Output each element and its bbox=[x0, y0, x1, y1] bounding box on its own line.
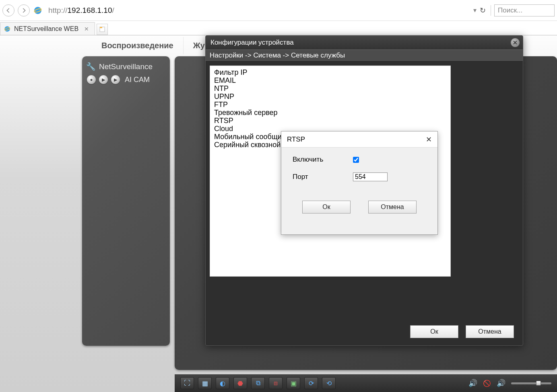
rtsp-titlebar[interactable]: RTSP ✕ bbox=[281, 131, 437, 148]
snapshot-tool-icon[interactable]: ⧉ bbox=[251, 377, 265, 389]
close-icon[interactable]: ✕ bbox=[511, 38, 520, 47]
port-input[interactable] bbox=[353, 172, 388, 181]
slider-thumb[interactable] bbox=[536, 381, 541, 386]
sidebar-title-row[interactable]: 🔧 NetSurveillance bbox=[86, 62, 166, 71]
rtsp-dialog: RTSP ✕ Включить Порт Ок Отмена bbox=[281, 131, 438, 235]
menu-playback[interactable]: Воспроизведение bbox=[92, 37, 184, 54]
tab-strip: NETSurveillance WEB ✕ bbox=[0, 21, 557, 35]
page-body: Воспроизведение Журнал 🔧 NetSurveillance… bbox=[0, 35, 557, 392]
modal-title: Конфигурации устройства bbox=[210, 39, 294, 47]
service-item[interactable]: EMAIL bbox=[214, 76, 446, 84]
forward-button[interactable] bbox=[18, 4, 30, 16]
sidebar-panel: 🔧 NetSurveillance ● ▶ ▶ AI CAM bbox=[82, 56, 170, 346]
search-box[interactable]: Поиск... bbox=[494, 4, 555, 16]
cancel-button[interactable]: Отмена bbox=[368, 201, 417, 213]
camera-label: AI CAM bbox=[125, 76, 150, 84]
back-button[interactable] bbox=[2, 4, 14, 16]
enable-checkbox[interactable] bbox=[353, 157, 359, 163]
service-item[interactable]: Тревожный сервер bbox=[214, 109, 446, 117]
new-tab-button[interactable] bbox=[97, 24, 108, 35]
service-item[interactable]: FTP bbox=[214, 101, 446, 109]
volume-slider[interactable] bbox=[511, 382, 551, 384]
ok-button[interactable]: Ок bbox=[410, 325, 458, 338]
service-item[interactable]: UPNP bbox=[214, 92, 446, 101]
fullscreen-icon[interactable]: ⛶ bbox=[180, 377, 194, 389]
picture-tool-icon[interactable]: ▣ bbox=[287, 377, 300, 389]
enable-label: Включить bbox=[293, 156, 353, 164]
close-icon[interactable]: ✕ bbox=[426, 135, 432, 144]
ie-icon bbox=[33, 6, 43, 15]
rtsp-title: RTSP bbox=[287, 135, 305, 144]
url-host: 192.168.1.10 bbox=[68, 6, 112, 15]
close-icon[interactable]: ✕ bbox=[84, 26, 89, 32]
record-icon[interactable]: ● bbox=[87, 75, 96, 84]
grid-icon[interactable]: ▦ bbox=[198, 377, 212, 389]
ok-button[interactable]: Ок bbox=[302, 201, 351, 213]
play2-icon[interactable]: ▶ bbox=[111, 75, 120, 84]
port-label: Порт bbox=[293, 173, 353, 181]
speaker-icon[interactable]: 🔊 bbox=[468, 379, 477, 388]
service-item[interactable]: Фильтр IP bbox=[214, 68, 446, 76]
modal-titlebar[interactable]: Конфигурации устройства ✕ bbox=[206, 36, 523, 49]
ie-icon bbox=[4, 25, 11, 33]
stop-tool-icon[interactable]: ⧇ bbox=[269, 377, 283, 389]
play-tool-icon[interactable]: ◐ bbox=[216, 377, 229, 389]
svg-rect-5 bbox=[100, 27, 102, 28]
tab-title: NETSurveillance WEB bbox=[14, 25, 78, 33]
playall-tool-icon[interactable]: ⟳ bbox=[304, 377, 318, 389]
speaker2-icon[interactable]: 🔊 bbox=[497, 379, 505, 388]
address-bar[interactable]: http://192.168.1.10/ bbox=[46, 4, 470, 16]
tab-netsurveillance[interactable]: NETSurveillance WEB ✕ bbox=[0, 22, 95, 35]
browser-nav-bar: http://192.168.1.10/ ▾ ↻ Поиск... bbox=[0, 0, 557, 21]
url-scheme: http:// bbox=[48, 6, 68, 15]
mute-icon[interactable]: 🚫 bbox=[483, 380, 491, 387]
stopall-tool-icon[interactable]: ⟲ bbox=[322, 377, 336, 389]
record-tool-icon[interactable]: ⬣ bbox=[233, 377, 247, 389]
play-icon[interactable]: ▶ bbox=[99, 75, 108, 84]
device-icon: 🔧 bbox=[86, 62, 96, 71]
camera-row[interactable]: ● ▶ ▶ AI CAM bbox=[87, 75, 166, 84]
bottom-toolbar: ⛶ ▦ ◐ ⬣ ⧉ ⧇ ▣ ⟳ ⟲ 🔊 🚫 🔊 bbox=[175, 374, 557, 392]
breadcrumb: Настройки -> Система -> Сетевые службы bbox=[206, 49, 523, 62]
search-placeholder: Поиск... bbox=[498, 6, 522, 14]
url-path: / bbox=[112, 6, 114, 15]
dropdown-icon[interactable]: ▾ bbox=[473, 6, 477, 14]
service-item[interactable]: NTP bbox=[214, 84, 446, 92]
service-item[interactable]: RTSP bbox=[214, 117, 446, 125]
cancel-button[interactable]: Отмена bbox=[466, 325, 514, 338]
sidebar-title: NetSurveillance bbox=[99, 62, 153, 71]
refresh-icon[interactable]: ↻ bbox=[480, 6, 486, 15]
